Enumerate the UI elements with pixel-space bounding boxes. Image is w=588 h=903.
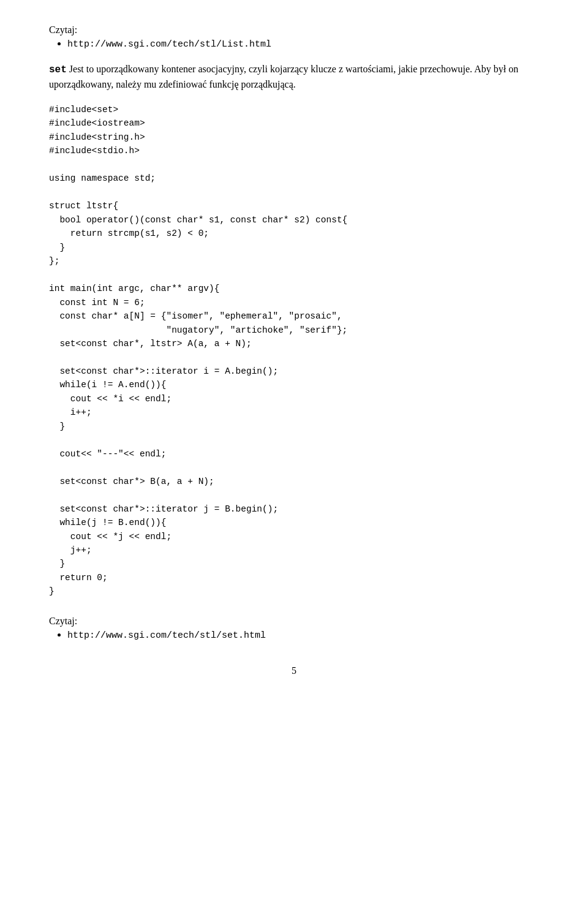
set-text: Jest to uporządkowany kontener asocjacyj… [49, 64, 518, 89]
top-czytaj-list: http://www.sgi.com/tech/stl/List.html [67, 38, 539, 50]
set-description: set Jest to uporządkowany kontener asocj… [49, 62, 539, 92]
bottom-czytaj-list: http://www.sgi.com/tech/stl/set.html [67, 629, 539, 641]
bottom-czytaj-label: Czytaj: [49, 616, 539, 627]
bottom-czytaj-list-item: http://www.sgi.com/tech/stl/set.html [67, 629, 539, 641]
page-number: 5 [49, 665, 539, 676]
code-block: #include<set> #include<iostream> #includ… [49, 103, 539, 599]
set-keyword: set [49, 64, 67, 75]
top-czytaj-list-item: http://www.sgi.com/tech/stl/List.html [67, 38, 539, 50]
bottom-czytaj-link[interactable]: http://www.sgi.com/tech/stl/set.html [67, 630, 266, 641]
top-czytaj-link[interactable]: http://www.sgi.com/tech/stl/List.html [67, 39, 271, 50]
top-czytaj-label: Czytaj: [49, 25, 539, 36]
